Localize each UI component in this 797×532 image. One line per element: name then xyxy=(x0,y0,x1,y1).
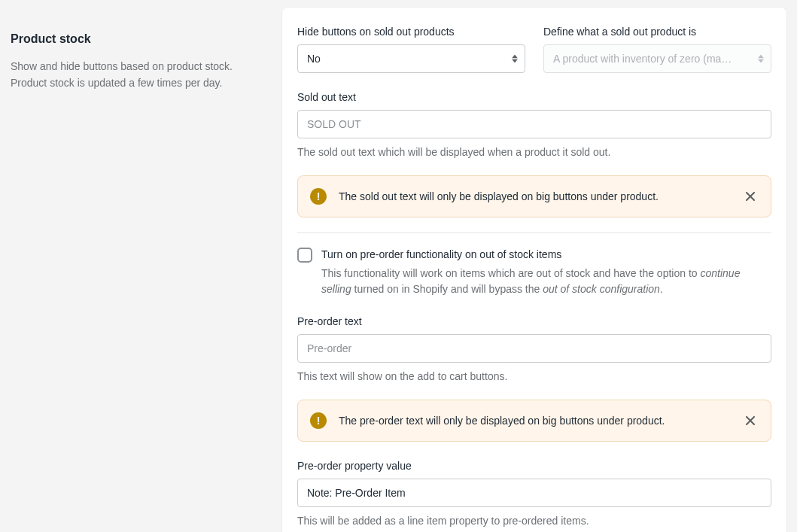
hide-buttons-field: Hide buttons on sold out products No xyxy=(297,24,525,73)
soldout-banner-text: The sold out text will only be displayed… xyxy=(339,189,730,205)
soldout-text-input[interactable] xyxy=(297,110,771,138)
define-soldout-label: Define what a sold out product is xyxy=(543,24,771,40)
soldout-banner: ! The sold out text will only be display… xyxy=(297,175,771,217)
preorder-text-help: This text will show on the add to cart b… xyxy=(297,369,771,385)
define-soldout-field: Define what a sold out product is A prod… xyxy=(543,24,771,73)
preorder-property-help: This will be added as a line item proper… xyxy=(297,513,771,529)
preorder-checkbox[interactable] xyxy=(297,248,312,263)
sidebar-title: Product stock xyxy=(11,30,252,48)
warning-icon: ! xyxy=(310,412,327,429)
preorder-text-input[interactable] xyxy=(297,334,771,363)
preorder-banner-text: The pre-order text will only be displaye… xyxy=(339,413,730,429)
define-soldout-select: A product with inventory of zero (ma… xyxy=(543,44,771,73)
preorder-toggle-row: Turn on pre-order functionality on out o… xyxy=(297,247,771,297)
settings-card: Hide buttons on sold out products No Def… xyxy=(282,8,786,532)
soldout-text-label: Sold out text xyxy=(297,90,771,105)
preorder-toggle-title: Turn on pre-order functionality on out o… xyxy=(321,247,771,263)
close-icon[interactable] xyxy=(742,412,759,429)
hide-buttons-label: Hide buttons on sold out products xyxy=(297,24,525,40)
sidebar-description: Show and hide buttons based on product s… xyxy=(11,59,236,91)
divider xyxy=(297,233,771,233)
sidebar: Product stock Show and hide buttons base… xyxy=(0,0,282,532)
preorder-toggle-desc: This functionality will work on items wh… xyxy=(321,266,771,297)
preorder-banner: ! The pre-order text will only be displa… xyxy=(297,400,771,442)
soldout-text-section: Sold out text The sold out text which wi… xyxy=(297,90,771,160)
preorder-text-label: Pre-order text xyxy=(297,314,771,330)
preorder-text-section: Pre-order text This text will show on th… xyxy=(297,314,771,385)
preorder-property-input[interactable] xyxy=(297,479,771,507)
preorder-property-section: Pre-order property value This will be ad… xyxy=(297,458,771,529)
warning-icon: ! xyxy=(310,188,327,205)
close-icon[interactable] xyxy=(742,188,759,205)
hide-buttons-select[interactable]: No xyxy=(297,44,525,73)
preorder-property-label: Pre-order property value xyxy=(297,458,771,474)
soldout-text-help: The sold out text which will be displaye… xyxy=(297,144,771,160)
